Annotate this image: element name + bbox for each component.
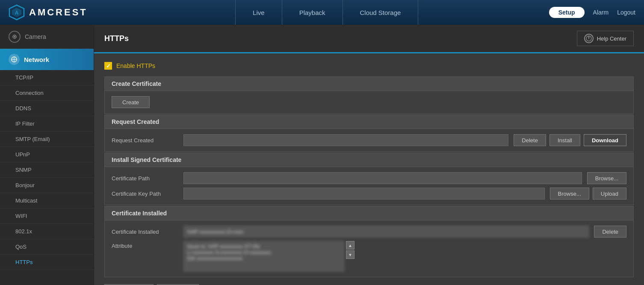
attribute-area: ▲ ▼ — [183, 241, 354, 272]
certificate-installed-body: Certificate Installed Delete Attribute ▲… — [105, 220, 633, 277]
request-created-section: Request Created Request Created Delete I… — [104, 115, 634, 152]
install-signed-section: Install Signed Certificate Certificate P… — [104, 153, 634, 205]
certificate-installed-header: Certificate Installed — [105, 206, 633, 220]
nav-playback[interactable]: Playback — [282, 0, 343, 25]
request-created-row: Request Created Delete Install Download — [112, 134, 626, 146]
amcrest-logo-icon: A — [9, 4, 25, 21]
nav-links: Live Playback Cloud Storage — [105, 0, 549, 25]
sidebar-item-wifi[interactable]: WIFI — [0, 209, 94, 224]
attribute-row: Attribute ▲ ▼ — [112, 241, 626, 272]
nav-live[interactable]: Live — [235, 0, 282, 25]
sidebar-item-ip-filter[interactable]: IP Filter — [0, 116, 94, 132]
cert-path-browse-button[interactable]: Browse... — [587, 172, 626, 184]
cert-key-path-row: Certificate Key Path Browse... Upload — [112, 188, 626, 200]
request-created-header: Request Created — [105, 115, 633, 129]
main-layout: Camera Network TCP/IP Connection DDNS IP… — [0, 25, 644, 285]
certificate-installed-section: Certificate Installed Certificate Instal… — [104, 206, 634, 277]
network-icon — [9, 54, 20, 65]
create-certificate-section: Create Certificate Create — [104, 76, 634, 114]
sidebar-item-smtp[interactable]: SMTP (Email) — [0, 132, 94, 147]
create-button[interactable]: Create — [112, 96, 150, 108]
upload-button[interactable]: Upload — [593, 188, 626, 200]
cert-key-browse-button[interactable]: Browse... — [550, 188, 589, 200]
sidebar-item-bonjour[interactable]: Bonjour — [0, 178, 94, 193]
cert-path-label: Certificate Path — [112, 175, 180, 182]
install-signed-header: Install Signed Certificate — [105, 153, 633, 167]
enable-https-label: Enable HTTPs — [116, 62, 155, 69]
attribute-label: Attribute — [112, 241, 180, 249]
install-button[interactable]: Install — [549, 134, 580, 146]
sidebar-item-upnp[interactable]: UPnP — [0, 147, 94, 162]
sidebar-item-multicast[interactable]: Multicast — [0, 193, 94, 209]
help-icon — [584, 34, 594, 43]
delete-request-button[interactable]: Delete — [514, 134, 546, 146]
attribute-scrollbar: ▲ ▼ — [346, 241, 354, 272]
sidebar-network[interactable]: Network — [0, 49, 94, 70]
sidebar-camera[interactable]: Camera — [0, 25, 94, 49]
delete-cert-button[interactable]: Delete — [594, 226, 626, 238]
scroll-up-button[interactable]: ▲ — [346, 241, 354, 250]
cert-path-input[interactable] — [183, 172, 582, 184]
logo-area: A AMCREST — [9, 4, 88, 21]
help-center-label: Help Center — [597, 35, 626, 42]
sidebar-item-ddns[interactable]: DDNS — [0, 101, 94, 116]
logout-link[interactable]: Logout — [617, 9, 635, 16]
request-created-body: Request Created Delete Install Download — [105, 129, 633, 151]
checkmark-icon: ✓ — [106, 63, 111, 69]
create-certificate-body: Create — [105, 91, 633, 113]
download-button[interactable]: Download — [584, 134, 626, 146]
bottom-actions: Refresh Save — [104, 277, 634, 285]
cert-path-row: Certificate Path Browse... — [112, 172, 626, 184]
nav-right: Setup Alarm Logout — [549, 7, 635, 18]
alarm-link[interactable]: Alarm — [593, 9, 609, 16]
top-nav: A AMCREST Live Playback Cloud Storage Se… — [0, 0, 644, 25]
setup-button[interactable]: Setup — [549, 7, 585, 18]
sidebar-item-8021x[interactable]: 802.1x — [0, 224, 94, 239]
content-area: HTTPs Help Center ✓ Enable HTTPs Create … — [94, 25, 644, 285]
sidebar-item-tcp-ip[interactable]: TCP/IP — [0, 70, 94, 85]
logo-text: AMCREST — [29, 7, 88, 18]
sidebar-item-snmp[interactable]: SNMP — [0, 162, 94, 178]
cert-installed-input[interactable] — [183, 226, 589, 238]
nav-cloud-storage[interactable]: Cloud Storage — [343, 0, 419, 25]
cert-installed-label: Certificate Installed — [112, 229, 180, 235]
scroll-down-button[interactable]: ▼ — [346, 250, 354, 259]
enable-https-checkbox[interactable]: ✓ — [104, 62, 112, 70]
page-title: HTTPs — [104, 34, 129, 43]
sidebar-item-qos[interactable]: QoS — [0, 239, 94, 255]
cert-installed-row: Certificate Installed Delete — [112, 226, 626, 238]
attribute-textbox[interactable] — [183, 241, 344, 272]
camera-icon — [9, 31, 21, 43]
help-center-button[interactable]: Help Center — [577, 31, 634, 46]
sidebar: Camera Network TCP/IP Connection DDNS IP… — [0, 25, 94, 285]
content-body: ✓ Enable HTTPs Create Certificate Create… — [94, 53, 644, 285]
content-header: HTTPs Help Center — [94, 25, 644, 53]
request-created-input[interactable] — [183, 134, 508, 146]
cert-key-path-label: Certificate Key Path — [112, 191, 180, 197]
svg-point-4 — [14, 36, 15, 38]
create-certificate-header: Create Certificate — [105, 77, 633, 91]
sidebar-item-connection[interactable]: Connection — [0, 85, 94, 101]
network-label: Network — [24, 56, 49, 63]
sidebar-item-https[interactable]: HTTPs — [0, 255, 94, 270]
cert-key-path-input[interactable] — [183, 188, 545, 200]
svg-text:A: A — [15, 10, 19, 16]
request-created-label: Request Created — [112, 137, 180, 144]
camera-label: Camera — [25, 33, 46, 40]
enable-https-row: ✓ Enable HTTPs — [104, 62, 634, 70]
install-signed-body: Certificate Path Browse... Certificate K… — [105, 167, 633, 205]
